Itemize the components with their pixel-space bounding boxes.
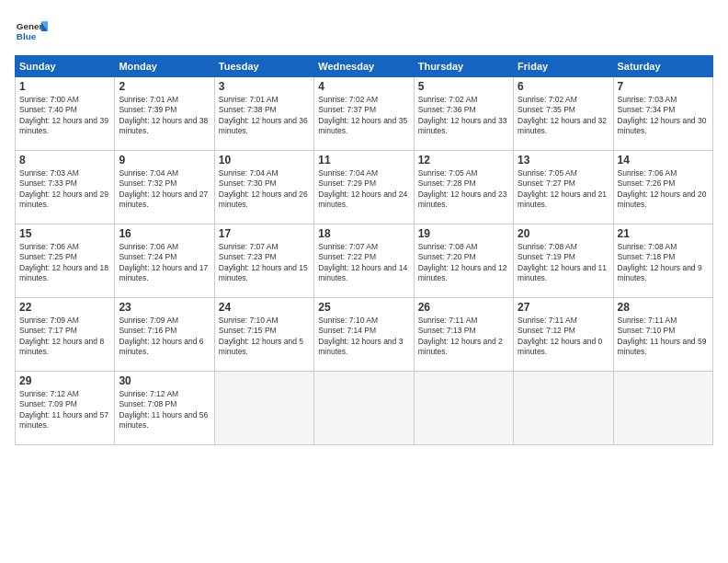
- table-row: [613, 372, 712, 445]
- logo-icon: General Blue: [15, 15, 48, 48]
- day-info: Sunrise: 7:11 AM Sunset: 7:12 PM Dayligh…: [518, 316, 609, 358]
- table-row: 14 Sunrise: 7:06 AM Sunset: 7:26 PM Dayl…: [613, 151, 712, 224]
- day-info: Sunrise: 7:09 AM Sunset: 7:17 PM Dayligh…: [19, 316, 110, 358]
- day-number: 30: [119, 374, 210, 387]
- calendar-container: General Blue Sunday Monday Tuesday Wedne…: [0, 0, 728, 563]
- day-number: 25: [318, 301, 409, 314]
- table-row: 19 Sunrise: 7:08 AM Sunset: 7:20 PM Dayl…: [414, 224, 513, 298]
- table-row: 1 Sunrise: 7:00 AM Sunset: 7:40 PM Dayli…: [16, 77, 115, 151]
- day-info: Sunrise: 7:07 AM Sunset: 7:22 PM Dayligh…: [318, 242, 409, 284]
- table-row: 24 Sunrise: 7:10 AM Sunset: 7:15 PM Dayl…: [214, 298, 313, 372]
- table-row: 29 Sunrise: 7:12 AM Sunset: 7:09 PM Dayl…: [16, 372, 115, 445]
- day-info: Sunrise: 7:08 AM Sunset: 7:20 PM Dayligh…: [418, 242, 509, 284]
- day-number: 12: [418, 154, 509, 167]
- svg-text:Blue: Blue: [17, 31, 37, 41]
- day-number: 19: [418, 227, 509, 240]
- table-row: 15 Sunrise: 7:06 AM Sunset: 7:25 PM Dayl…: [16, 224, 115, 298]
- day-info: Sunrise: 7:01 AM Sunset: 7:39 PM Dayligh…: [119, 95, 210, 137]
- table-row: [414, 372, 513, 445]
- table-row: 13 Sunrise: 7:05 AM Sunset: 7:27 PM Dayl…: [514, 151, 613, 224]
- table-row: 27 Sunrise: 7:11 AM Sunset: 7:12 PM Dayl…: [514, 298, 613, 372]
- day-info: Sunrise: 7:00 AM Sunset: 7:40 PM Dayligh…: [19, 95, 110, 137]
- day-number: 24: [219, 301, 310, 314]
- day-info: Sunrise: 7:11 AM Sunset: 7:13 PM Dayligh…: [418, 316, 509, 358]
- calendar-week-row: 15 Sunrise: 7:06 AM Sunset: 7:25 PM Dayl…: [16, 224, 713, 298]
- day-info: Sunrise: 7:11 AM Sunset: 7:10 PM Dayligh…: [618, 316, 709, 358]
- day-info: Sunrise: 7:03 AM Sunset: 7:34 PM Dayligh…: [618, 95, 709, 137]
- day-number: 15: [19, 227, 110, 240]
- table-row: 6 Sunrise: 7:02 AM Sunset: 7:35 PM Dayli…: [514, 77, 613, 151]
- day-number: 16: [119, 227, 210, 240]
- table-row: [214, 372, 313, 445]
- day-number: 18: [318, 227, 409, 240]
- day-number: 29: [19, 374, 110, 387]
- day-number: 5: [418, 80, 509, 93]
- day-number: 20: [518, 227, 609, 240]
- table-row: 18 Sunrise: 7:07 AM Sunset: 7:22 PM Dayl…: [314, 224, 414, 298]
- logo: General Blue: [15, 15, 48, 48]
- col-friday: Friday: [514, 56, 613, 77]
- day-number: 2: [119, 80, 210, 93]
- col-saturday: Saturday: [613, 56, 712, 77]
- table-row: 25 Sunrise: 7:10 AM Sunset: 7:14 PM Dayl…: [314, 298, 414, 372]
- day-info: Sunrise: 7:08 AM Sunset: 7:19 PM Dayligh…: [518, 242, 609, 284]
- day-info: Sunrise: 7:05 AM Sunset: 7:27 PM Dayligh…: [518, 168, 609, 211]
- day-number: 11: [318, 154, 409, 167]
- day-number: 13: [518, 154, 609, 167]
- table-row: 17 Sunrise: 7:07 AM Sunset: 7:23 PM Dayl…: [214, 224, 313, 298]
- day-info: Sunrise: 7:12 AM Sunset: 7:08 PM Dayligh…: [119, 389, 210, 431]
- calendar-week-row: 8 Sunrise: 7:03 AM Sunset: 7:33 PM Dayli…: [16, 151, 713, 224]
- day-info: Sunrise: 7:01 AM Sunset: 7:38 PM Dayligh…: [219, 95, 310, 137]
- day-info: Sunrise: 7:06 AM Sunset: 7:24 PM Dayligh…: [119, 242, 210, 284]
- day-info: Sunrise: 7:06 AM Sunset: 7:25 PM Dayligh…: [19, 242, 110, 284]
- table-row: 20 Sunrise: 7:08 AM Sunset: 7:19 PM Dayl…: [514, 224, 613, 298]
- day-info: Sunrise: 7:09 AM Sunset: 7:16 PM Dayligh…: [119, 316, 210, 358]
- day-info: Sunrise: 7:08 AM Sunset: 7:18 PM Dayligh…: [618, 242, 709, 284]
- day-info: Sunrise: 7:10 AM Sunset: 7:15 PM Dayligh…: [219, 316, 310, 358]
- day-info: Sunrise: 7:04 AM Sunset: 7:29 PM Dayligh…: [318, 168, 409, 211]
- calendar-table: Sunday Monday Tuesday Wednesday Thursday…: [15, 55, 713, 445]
- day-number: 10: [219, 154, 310, 167]
- day-number: 4: [318, 80, 409, 93]
- day-number: 14: [618, 154, 709, 167]
- day-number: 8: [19, 154, 110, 167]
- table-row: 23 Sunrise: 7:09 AM Sunset: 7:16 PM Dayl…: [115, 298, 214, 372]
- day-number: 26: [418, 301, 509, 314]
- table-row: 8 Sunrise: 7:03 AM Sunset: 7:33 PM Dayli…: [16, 151, 115, 224]
- day-info: Sunrise: 7:04 AM Sunset: 7:30 PM Dayligh…: [219, 168, 310, 211]
- day-number: 28: [618, 301, 709, 314]
- day-info: Sunrise: 7:02 AM Sunset: 7:35 PM Dayligh…: [518, 95, 609, 137]
- calendar-week-row: 1 Sunrise: 7:00 AM Sunset: 7:40 PM Dayli…: [16, 77, 713, 151]
- day-info: Sunrise: 7:04 AM Sunset: 7:32 PM Dayligh…: [119, 168, 210, 211]
- table-row: 7 Sunrise: 7:03 AM Sunset: 7:34 PM Dayli…: [613, 77, 712, 151]
- table-row: [314, 372, 414, 445]
- day-info: Sunrise: 7:02 AM Sunset: 7:37 PM Dayligh…: [318, 95, 409, 137]
- day-number: 27: [518, 301, 609, 314]
- calendar-header-row: Sunday Monday Tuesday Wednesday Thursday…: [16, 56, 713, 77]
- table-row: 2 Sunrise: 7:01 AM Sunset: 7:39 PM Dayli…: [115, 77, 214, 151]
- table-row: 30 Sunrise: 7:12 AM Sunset: 7:08 PM Dayl…: [115, 372, 214, 445]
- day-number: 22: [19, 301, 110, 314]
- day-info: Sunrise: 7:06 AM Sunset: 7:26 PM Dayligh…: [618, 168, 709, 211]
- table-row: 21 Sunrise: 7:08 AM Sunset: 7:18 PM Dayl…: [613, 224, 712, 298]
- header: General Blue: [15, 15, 713, 48]
- table-row: 10 Sunrise: 7:04 AM Sunset: 7:30 PM Dayl…: [214, 151, 313, 224]
- day-info: Sunrise: 7:10 AM Sunset: 7:14 PM Dayligh…: [318, 316, 409, 358]
- calendar-week-row: 22 Sunrise: 7:09 AM Sunset: 7:17 PM Dayl…: [16, 298, 713, 372]
- table-row: 26 Sunrise: 7:11 AM Sunset: 7:13 PM Dayl…: [414, 298, 513, 372]
- day-info: Sunrise: 7:02 AM Sunset: 7:36 PM Dayligh…: [418, 95, 509, 137]
- day-info: Sunrise: 7:05 AM Sunset: 7:28 PM Dayligh…: [418, 168, 509, 211]
- col-thursday: Thursday: [414, 56, 513, 77]
- day-number: 6: [518, 80, 609, 93]
- col-monday: Monday: [115, 56, 214, 77]
- table-row: 12 Sunrise: 7:05 AM Sunset: 7:28 PM Dayl…: [414, 151, 513, 224]
- table-row: [514, 372, 613, 445]
- col-tuesday: Tuesday: [214, 56, 313, 77]
- col-wednesday: Wednesday: [314, 56, 414, 77]
- day-number: 17: [219, 227, 310, 240]
- day-info: Sunrise: 7:07 AM Sunset: 7:23 PM Dayligh…: [219, 242, 310, 284]
- table-row: 28 Sunrise: 7:11 AM Sunset: 7:10 PM Dayl…: [613, 298, 712, 372]
- table-row: 5 Sunrise: 7:02 AM Sunset: 7:36 PM Dayli…: [414, 77, 513, 151]
- day-number: 7: [618, 80, 709, 93]
- table-row: 9 Sunrise: 7:04 AM Sunset: 7:32 PM Dayli…: [115, 151, 214, 224]
